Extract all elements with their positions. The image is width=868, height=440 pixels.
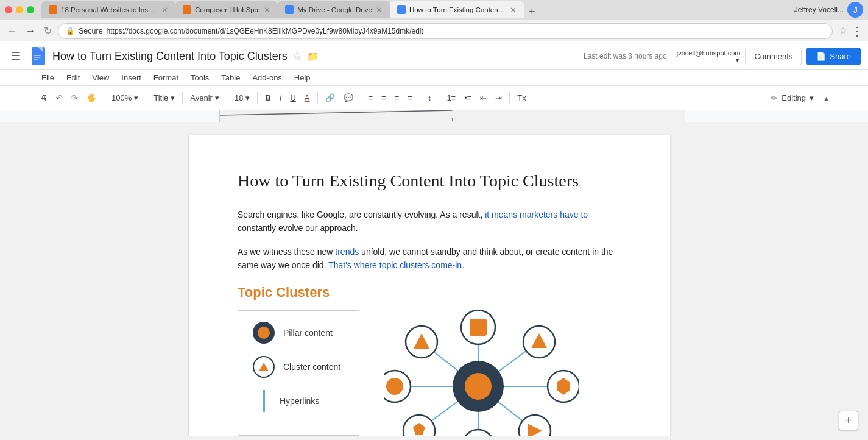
share-button[interactable]: 📄 Share bbox=[806, 48, 861, 65]
browser-tab-1[interactable]: 18 Personal Websites to Inspi... ✕ bbox=[41, 1, 175, 18]
font-size-value: 18 bbox=[235, 93, 243, 102]
font-selector[interactable]: Avenir ▾ bbox=[187, 91, 222, 104]
line-spacing-button[interactable]: ↕ bbox=[425, 91, 435, 104]
increase-indent-button[interactable]: ⇥ bbox=[492, 91, 505, 104]
hyperlinks-label: Hyperlinks bbox=[280, 396, 319, 406]
style-selector[interactable]: Title ▾ bbox=[150, 91, 178, 104]
menu-format[interactable]: Format bbox=[149, 71, 183, 84]
insert-link-button[interactable]: 🔗 bbox=[322, 91, 338, 104]
user-email-display: jvocell@hubspot.com bbox=[677, 49, 741, 57]
star-document-button[interactable]: ☆ bbox=[292, 49, 302, 63]
diagram-area: Pillar content Cluster content Hyperlink… bbox=[238, 310, 621, 436]
svg-line-6 bbox=[220, 110, 453, 115]
tab-label-1: 18 Personal Websites to Inspi... bbox=[61, 6, 158, 13]
svg-point-29 bbox=[386, 378, 403, 395]
move-to-folder-button[interactable]: 📁 bbox=[307, 51, 319, 62]
tab-close-3[interactable]: ✕ bbox=[376, 5, 383, 15]
redo-button[interactable]: ↷ bbox=[68, 91, 81, 104]
format-toolbar: 🖨 ↶ ↷ 🖐 100% ▾ Title ▾ Avenir ▾ 18 ▾ B I… bbox=[0, 86, 868, 110]
header-actions: Last edit was 3 hours ago jvocell@hubspo… bbox=[584, 48, 861, 65]
collapse-toolbar-button[interactable]: ▴ bbox=[821, 91, 831, 105]
menu-addons[interactable]: Add-ons bbox=[247, 71, 286, 84]
topic-clusters-heading: Topic Clusters bbox=[238, 285, 621, 300]
font-value: Avenir bbox=[190, 93, 213, 102]
browser-tab-4[interactable]: How to Turn Existing Content ... ✕ bbox=[390, 1, 524, 18]
doc-scroll[interactable]: How to Turn Existing Content Into Topic … bbox=[0, 122, 859, 436]
extensions-button[interactable]: ⋮ bbox=[851, 24, 863, 38]
style-arrow: ▾ bbox=[171, 93, 175, 102]
insert-comment-button[interactable]: 💬 bbox=[340, 91, 356, 104]
link-topic-clusters[interactable]: That's where topic clusters come-in. bbox=[328, 260, 464, 270]
decrease-indent-button[interactable]: ⇤ bbox=[477, 91, 490, 104]
clear-formatting-button[interactable]: Tx bbox=[514, 91, 529, 104]
unordered-list-button[interactable]: •≡ bbox=[461, 91, 475, 104]
tab-close-2[interactable]: ✕ bbox=[264, 5, 270, 15]
forward-button[interactable]: → bbox=[23, 24, 38, 38]
center-orange bbox=[465, 373, 492, 400]
back-button[interactable]: ← bbox=[5, 24, 19, 38]
pillar-icon bbox=[253, 322, 275, 344]
menu-file[interactable]: File bbox=[37, 71, 59, 84]
font-size-arrow: ▾ bbox=[245, 93, 250, 102]
new-tab-button[interactable]: + bbox=[524, 5, 540, 18]
bold-button[interactable]: B bbox=[262, 91, 273, 104]
comments-button[interactable]: Comments bbox=[745, 48, 802, 65]
secure-icon: 🔒 bbox=[66, 27, 75, 35]
address-text: https://docs.google.com/document/d/1sQGE… bbox=[107, 27, 423, 35]
share-icon: 📄 bbox=[816, 52, 826, 61]
divider-5 bbox=[257, 92, 258, 104]
paint-format-button[interactable]: 🖐 bbox=[83, 91, 99, 104]
menu-view[interactable]: View bbox=[87, 71, 114, 84]
text-color-button[interactable]: A bbox=[302, 91, 313, 104]
menu-help[interactable]: Help bbox=[289, 71, 316, 84]
sidebar-menu-button[interactable]: ☰ bbox=[7, 47, 24, 65]
divider-1 bbox=[104, 92, 104, 104]
browser-tab-3[interactable]: My Drive - Google Drive ✕ bbox=[278, 1, 390, 18]
italic-button[interactable]: I bbox=[277, 91, 285, 104]
ruler-track: 1 bbox=[219, 110, 685, 122]
align-center-button[interactable]: ≡ bbox=[378, 91, 389, 104]
tab-label-4: How to Turn Existing Content ... bbox=[409, 6, 506, 13]
docs-header: ☰ How to Turn Existing Content Into Topi… bbox=[0, 41, 868, 70]
tab-close-4[interactable]: ✕ bbox=[510, 5, 517, 15]
menu-tools[interactable]: Tools bbox=[186, 71, 214, 84]
ordered-list-button[interactable]: 1≡ bbox=[443, 91, 459, 104]
window-close[interactable] bbox=[5, 6, 12, 13]
zoom-selector[interactable]: 100% ▾ bbox=[108, 91, 141, 104]
align-left-button[interactable]: ≡ bbox=[365, 91, 376, 104]
address-input[interactable]: 🔒 Secure https://docs.google.com/documen… bbox=[58, 23, 833, 39]
window-minimize[interactable] bbox=[16, 6, 23, 13]
divider-2 bbox=[146, 92, 146, 104]
refresh-button[interactable]: ↻ bbox=[41, 24, 54, 38]
document-title: How to Turn Existing Content Into Topic … bbox=[238, 171, 621, 191]
browser-tab-2[interactable]: Composer | HubSpot ✕ bbox=[175, 1, 278, 18]
link-marketers[interactable]: it means marketers have to bbox=[485, 210, 588, 219]
user-avatar: J bbox=[847, 2, 863, 18]
menu-insert[interactable]: Insert bbox=[116, 71, 146, 84]
tab-close-1[interactable]: ✕ bbox=[161, 5, 168, 15]
align-justify-button[interactable]: ≡ bbox=[404, 91, 415, 104]
font-arrow: ▾ bbox=[215, 93, 219, 102]
menu-table[interactable]: Table bbox=[216, 71, 245, 84]
underline-button[interactable]: U bbox=[287, 91, 298, 104]
cluster-svg bbox=[384, 310, 579, 436]
pillar-circle bbox=[258, 327, 270, 339]
link-trends[interactable]: trends bbox=[335, 247, 359, 257]
scrollbar[interactable] bbox=[859, 122, 868, 436]
tab-label-2: Composer | HubSpot bbox=[195, 6, 260, 13]
menu-edit[interactable]: Edit bbox=[62, 71, 85, 84]
print-button[interactable]: 🖨 bbox=[37, 91, 51, 104]
last-edit-status: Last edit was 3 hours ago bbox=[584, 52, 667, 60]
svg-rect-3 bbox=[34, 55, 41, 56]
editing-mode-button[interactable]: ✏ Editing ▾ bbox=[766, 91, 819, 105]
align-right-button[interactable]: ≡ bbox=[392, 91, 403, 104]
zoom-in-button[interactable]: + bbox=[839, 411, 858, 430]
docs-document-title[interactable]: How to Turn Existing Content Into Topic … bbox=[52, 50, 288, 63]
undo-button[interactable]: ↶ bbox=[53, 91, 66, 104]
cluster-triangle bbox=[259, 363, 269, 371]
paragraph-2: As we witness these new trends unfold, w… bbox=[238, 245, 621, 272]
bookmark-button[interactable]: ☆ bbox=[839, 25, 847, 37]
font-size-selector[interactable]: 18 ▾ bbox=[231, 91, 253, 104]
paragraph-1: Search engines, like Google, are constan… bbox=[238, 208, 621, 235]
window-maximize[interactable] bbox=[27, 6, 34, 13]
